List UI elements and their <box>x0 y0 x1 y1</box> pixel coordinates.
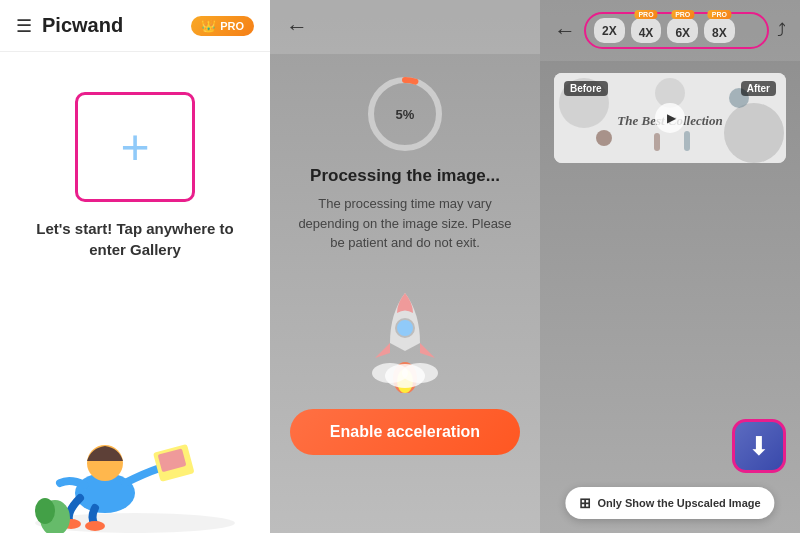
processing-subtitle: The processing time may vary depending o… <box>270 194 540 253</box>
middle-panel: ← 5% Processing the image... The process… <box>270 0 540 533</box>
download-button[interactable]: ⬇ <box>732 419 786 473</box>
download-icon: ⬇ <box>748 431 770 462</box>
svg-point-16 <box>396 319 414 337</box>
progress-circle: 5% <box>365 74 445 154</box>
left-panel: ☰ Picwand 👑 PRO + Let's start! Tap anywh… <box>0 0 270 533</box>
svg-point-19 <box>724 103 784 163</box>
crown-icon: 👑 <box>201 19 216 33</box>
play-icon: ▶ <box>667 111 676 125</box>
scale-options: 2X PRO4X PRO6X PRO8X <box>584 12 769 49</box>
pro-tag-8x: PRO <box>708 10 731 19</box>
show-upscaled-label: Only Show the Upscaled Image <box>597 497 760 509</box>
svg-rect-25 <box>684 131 690 151</box>
show-upscaled-button[interactable]: ⊞ Only Show the Upscaled Image <box>565 487 774 519</box>
after-label: After <box>741 81 776 96</box>
scale-2x-button[interactable]: 2X <box>594 18 625 43</box>
grid-icon: ⊞ <box>579 495 591 511</box>
scale-4x-button[interactable]: PRO4X <box>631 18 662 43</box>
right-back-button[interactable]: ← <box>554 18 576 44</box>
svg-rect-24 <box>654 133 660 151</box>
svg-point-15 <box>385 364 425 388</box>
hamburger-icon[interactable]: ☰ <box>16 15 32 37</box>
right-header: ← 2X PRO4X PRO6X PRO8X ⤴ <box>540 0 800 61</box>
gallery-label[interactable]: Let's start! Tap anywhere to enter Galle… <box>20 218 250 260</box>
share-button[interactable]: ⤴ <box>777 20 786 41</box>
add-gallery-button[interactable]: + <box>75 92 195 202</box>
scale-6x-button[interactable]: PRO6X <box>667 18 698 43</box>
pro-tag-4x: PRO <box>634 10 657 19</box>
left-header: ☰ Picwand 👑 PRO <box>0 0 270 52</box>
before-after-card: Before After The Best Collection ▶ <box>554 73 786 163</box>
middle-back-button[interactable]: ← <box>286 14 308 40</box>
middle-header: ← <box>270 0 540 54</box>
pro-badge: 👑 PRO <box>191 16 254 36</box>
plus-icon: + <box>120 122 149 172</box>
progress-area: 5% Processing the image... The processin… <box>270 54 540 253</box>
pro-label: PRO <box>220 20 244 32</box>
svg-point-8 <box>35 498 55 524</box>
pro-tag-6x: PRO <box>671 10 694 19</box>
before-label: Before <box>564 81 608 96</box>
play-button[interactable]: ▶ <box>655 103 685 133</box>
enable-acceleration-button[interactable]: Enable acceleration <box>290 409 520 455</box>
app-title: Picwand <box>42 14 191 37</box>
svg-point-22 <box>596 130 612 146</box>
svg-point-3 <box>85 521 105 531</box>
right-panel: ← 2X PRO4X PRO6X PRO8X ⤴ Before After <box>540 0 800 533</box>
processing-title: Processing the image... <box>310 166 500 186</box>
progress-text: 5% <box>396 107 415 122</box>
illustration <box>0 353 270 533</box>
add-area: + Let's start! Tap anywhere to enter Gal… <box>0 52 270 280</box>
scale-8x-button[interactable]: PRO8X <box>704 18 735 43</box>
rocket-illustration <box>270 273 540 393</box>
